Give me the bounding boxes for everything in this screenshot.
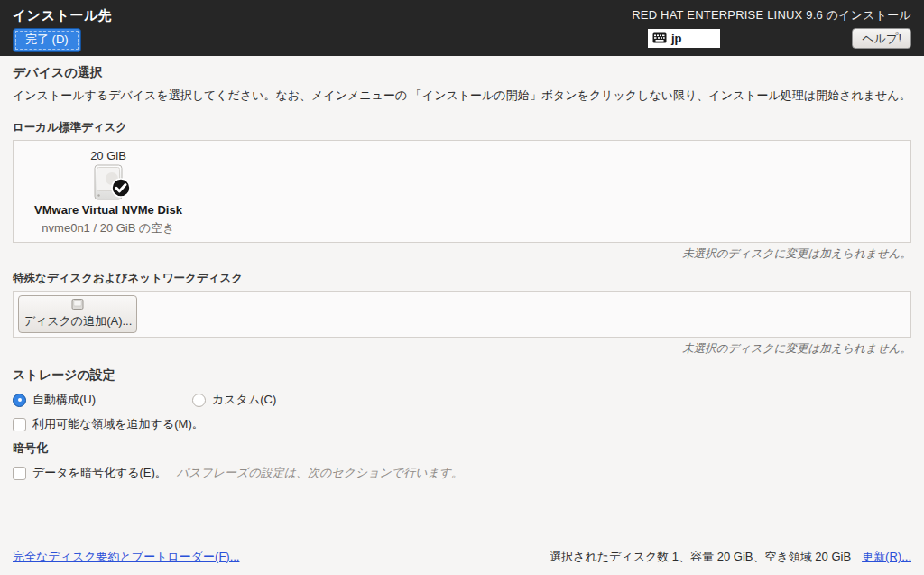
encrypt-data-checkbox[interactable]: [13, 467, 26, 480]
full-disk-summary-link[interactable]: 完全なディスク要約とブートローダー(F)...: [13, 549, 239, 565]
reclaim-space-checkbox[interactable]: [13, 418, 26, 431]
radio-custom[interactable]: カスタム(C): [192, 392, 276, 408]
reclaim-space-label: 利用可能な領域を追加する(M)。: [32, 416, 204, 432]
unselected-disks-note-2: 未選択のディスクに変更は加えられません。: [13, 341, 911, 357]
add-disk-button[interactable]: ディスクの追加(A)...: [18, 295, 137, 333]
local-disks-label: ローカル標準ディスク: [13, 120, 911, 135]
unselected-disks-note-1: 未選択のディスクに変更は加えられません。: [13, 246, 911, 262]
keyboard-layout-label: jp: [671, 32, 682, 45]
radio-automatic-label: 自動構成(U): [32, 392, 96, 408]
reclaim-space-row: 利用可能な領域を追加する(M)。: [13, 416, 911, 432]
device-selection-heading: デバイスの選択: [13, 65, 911, 81]
radio-automatic-indicator[interactable]: [13, 394, 26, 407]
special-disks-panel: ディスクの追加(A)...: [13, 291, 911, 338]
storage-config-options: 自動構成(U) カスタム(C): [13, 392, 911, 408]
hard-drive-icon: [94, 164, 123, 200]
selected-disks-status: 選択されたディスク数 1、容量 20 GiB、空き領域 20 GiB: [550, 549, 851, 565]
done-button[interactable]: 完了 (D): [13, 28, 81, 52]
disk-selected-check-icon: [110, 177, 132, 202]
special-disks-label: 特殊なディスクおよびネットワークディスク: [13, 271, 911, 286]
device-selection-description: インストールするデバイスを選択してください。なお、メインメニューの 「インストー…: [13, 88, 911, 104]
add-disk-button-label: ディスクの追加(A)...: [23, 313, 133, 329]
storage-config-heading: ストレージの設定: [13, 367, 911, 384]
small-disk-icon: [71, 299, 84, 312]
encrypt-data-row: データを暗号化する(E)。 パスフレーズの設定は、次のセクションで行います。: [13, 465, 911, 481]
disk-tile-nvme0n1[interactable]: 20 GiB: [24, 149, 192, 236]
keyboard-icon: [652, 31, 667, 47]
radio-custom-indicator[interactable]: [192, 394, 206, 407]
encryption-heading: 暗号化: [13, 441, 911, 457]
disk-name-label: VMware Virtual NVMe Disk: [34, 203, 182, 217]
encrypt-data-hint: パスフレーズの設定は、次のセクションで行います。: [177, 465, 463, 481]
product-name: RED HAT ENTERPRISE LINUX 9.6 のインストール: [632, 7, 911, 23]
encrypt-data-label: データを暗号化する(E)。: [32, 465, 167, 481]
disk-size-label: 20 GiB: [90, 149, 126, 162]
disk-detail-label: nvme0n1 / 20 GiB の空き: [42, 220, 174, 236]
refresh-link[interactable]: 更新(R)...: [862, 549, 911, 565]
page-title: インストール先: [13, 7, 112, 24]
radio-automatic[interactable]: 自動構成(U): [13, 392, 192, 408]
footer-bar: 完全なディスク要約とブートローダー(F)... 選択されたディスク数 1、容量 …: [13, 549, 911, 565]
header-bar: インストール先 完了 (D) RED HAT ENTERPRISE LINUX …: [0, 0, 924, 56]
main-content: デバイスの選択 インストールするデバイスを選択してください。なお、メインメニュー…: [0, 65, 924, 481]
keyboard-layout-indicator[interactable]: jp: [648, 29, 720, 48]
local-disks-panel: 20 GiB: [13, 140, 911, 243]
radio-custom-label: カスタム(C): [212, 392, 276, 408]
help-button[interactable]: ヘルプ!: [852, 28, 911, 49]
